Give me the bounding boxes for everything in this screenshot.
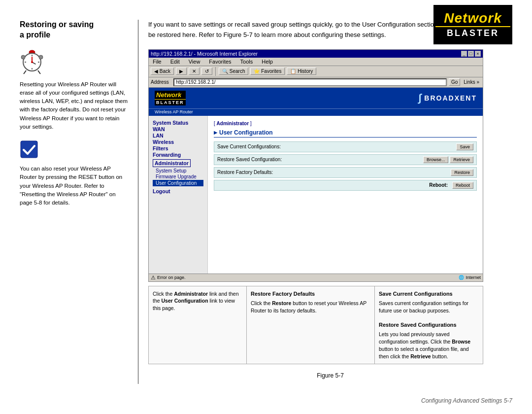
menu-view[interactable]: View (187, 58, 202, 65)
annotation-center: Restore Factory Defaults Click the Resto… (247, 286, 375, 365)
history-btn[interactable]: 📋 History (287, 68, 316, 75)
address-label: Address (151, 79, 171, 85)
logo-network-text: Network (444, 11, 501, 25)
router-header: Network BLASTER ∫ BROADXENT (149, 88, 483, 108)
annotation-left-body: Click the Administrator link and then th… (153, 290, 242, 312)
back-btn[interactable]: ◀ Back (151, 68, 174, 75)
admin-label: Administrator (153, 159, 191, 167)
browser-titlebar: http://192.168.2.1/ - Microsoft Internet… (149, 50, 483, 58)
nav-system-setup[interactable]: System Setup (153, 168, 203, 173)
figure-caption: Figure 5-7 (148, 372, 512, 379)
go-button[interactable]: Go (449, 78, 460, 86)
restore-factory-label: Restore Factory Defaults: (217, 170, 449, 175)
svg-point-13 (39, 55, 43, 59)
checkmark-svg (20, 140, 38, 159)
annotation-right-bottom-body: Lets you load previously saved configura… (379, 331, 479, 360)
nav-lan[interactable]: LAN (153, 133, 203, 138)
annotation-right-top-body: Saves current configuration settings for… (379, 300, 479, 314)
router-subtitle: Wireless AP Router (149, 108, 483, 116)
router-logo: Network BLASTER (155, 91, 186, 105)
router-sidebar: System Status WAN LAN Wireless Filters F… (149, 116, 208, 274)
annotation-right: Save Current Configurations Saves curren… (375, 286, 483, 365)
reboot-button[interactable]: Reboot (452, 182, 473, 189)
maximize-btn[interactable]: □ (468, 51, 474, 57)
right-column: If you want to save settings or recall s… (148, 20, 512, 384)
router-main-panel: [ Administrator ] User Configuration Sav… (208, 116, 483, 274)
left-warning-text: Resetting your Wireless AP Router will e… (20, 80, 128, 132)
logo-blaster-text: BLASTER (435, 26, 510, 38)
menu-file[interactable]: File (151, 58, 164, 65)
browser-toolbar: ◀ Back ▶ ✕ ↺ 🔍 Search ⭐ Favorites 📋 Hist… (149, 66, 483, 77)
statusbar-right: 🌐 Internet (459, 275, 481, 280)
svg-point-12 (21, 55, 25, 59)
retrieve-button[interactable]: Retrieve (450, 156, 473, 163)
close-btn[interactable]: × (475, 51, 481, 57)
admin-link[interactable]: Administrator (217, 121, 249, 126)
svg-line-0 (24, 70, 26, 74)
nav-wan[interactable]: WAN (153, 126, 203, 132)
section-title: Restoring or saving a profile (20, 20, 128, 40)
nav-forwarding[interactable]: Forwarding (153, 152, 203, 158)
menu-help[interactable]: Help (260, 58, 275, 65)
stop-btn[interactable]: ✕ (189, 68, 200, 75)
router-logo-network: Network (155, 91, 186, 99)
nav-system-status[interactable]: System Status (153, 120, 203, 126)
browser-address-bar: Address Go Links » (149, 77, 483, 88)
nav-firmware-upgrade[interactable]: Firmware Upgrade (153, 174, 203, 179)
alarm-clock-svg (20, 48, 44, 75)
page-footer: Configuring Advanced Settings 5-7 (421, 397, 512, 404)
save-button[interactable]: Save (456, 143, 473, 150)
annotation-center-title: Restore Factory Defaults (251, 290, 370, 298)
browser-window: http://192.168.2.1/ - Microsoft Internet… (148, 49, 483, 282)
admin-breadcrumb: [ Administrator ] (214, 121, 477, 126)
svg-point-11 (31, 61, 33, 63)
nav-user-configuration[interactable]: User Configuration (153, 180, 203, 186)
favorites-btn[interactable]: ⭐ Favorites (250, 68, 285, 75)
browser-controls[interactable]: _ □ × (461, 51, 481, 57)
annotation-right-bottom-title: Restore Saved Configurations (379, 321, 479, 329)
menu-edit[interactable]: Edit (168, 58, 182, 65)
nav-logout[interactable]: Logout (153, 188, 203, 194)
router-subtitle-text: Wireless AP Router (155, 109, 193, 114)
toolbar-separator (215, 67, 216, 76)
forward-btn[interactable]: ▶ (176, 68, 187, 75)
user-config-title: User Configuration (214, 129, 477, 138)
annotation-right-top-title: Save Current Configurations (379, 290, 479, 298)
annotation-left: Click the Administrator link and then th… (148, 286, 247, 365)
left-column: Restoring or saving a profile (20, 20, 138, 384)
broadxent-logo: ∫ BROADXENT (418, 92, 477, 104)
annotation-area: Click the Administrator link and then th… (148, 286, 483, 365)
statusbar-zone-text: Internet (466, 275, 481, 280)
error-icon: ⚠ (151, 275, 156, 281)
menu-favorites[interactable]: Favorites (207, 58, 233, 65)
search-btn[interactable]: 🔍 Search (219, 68, 248, 75)
refresh-btn[interactable]: ↺ (201, 68, 212, 75)
save-config-row: Save Current Configurations: Save (214, 141, 477, 152)
browser-statusbar: ⚠ Error on page. 🌐 Internet (149, 274, 483, 281)
links-label: Links » (462, 79, 481, 85)
left-info-text: You can also reset your Wireless AP Rout… (20, 165, 128, 207)
restore-button[interactable]: Restore (451, 169, 473, 176)
restore-saved-row: Restore Saved Configuration: Browse... R… (214, 154, 477, 165)
router-body: System Status WAN LAN Wireless Filters F… (149, 116, 483, 274)
router-ui: Network BLASTER ∫ BROADXENT Wireless AP … (149, 88, 483, 274)
logo-area: Network BLASTER (433, 5, 512, 44)
nav-filters[interactable]: Filters (153, 145, 203, 151)
statusbar-error-text: Error on page. (157, 275, 186, 280)
reboot-row: Reboot: Reboot (214, 180, 477, 191)
svg-line-1 (38, 70, 40, 74)
browser-menubar: File Edit View Favorites Tools Help (149, 58, 483, 66)
browse-button[interactable]: Browse... (423, 156, 449, 163)
checkmark-icon (20, 140, 128, 161)
restore-factory-row: Restore Factory Defaults: Restore (214, 167, 477, 178)
menu-tools[interactable]: Tools (238, 58, 255, 65)
router-logo-blaster: BLASTER (155, 99, 186, 105)
alarm-icon (20, 48, 44, 75)
reboot-label: Reboot: (429, 182, 448, 188)
address-input[interactable] (173, 78, 447, 86)
broadxent-text: BROADXENT (424, 94, 477, 102)
restore-saved-label: Restore Saved Configuration: (217, 157, 282, 162)
browser-title: http://192.168.2.1/ - Microsoft Internet… (151, 51, 258, 57)
nav-wireless[interactable]: Wireless (153, 139, 203, 145)
minimize-btn[interactable]: _ (461, 51, 467, 57)
